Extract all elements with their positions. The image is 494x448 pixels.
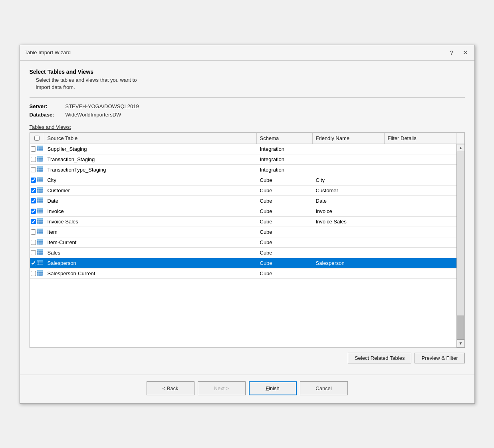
database-value: WideWorldImportersDW — [65, 112, 121, 118]
row-checkbox-cell — [30, 196, 44, 206]
tables-views-label: Tables and Views: — [30, 124, 465, 130]
row-checkbox[interactable] — [31, 167, 36, 172]
row-schema: Cube — [257, 207, 313, 215]
row-schema: Cube — [257, 238, 313, 247]
table-icon — [37, 156, 43, 163]
svg-rect-25 — [37, 187, 43, 189]
scroll-down-button[interactable]: ▼ — [457, 339, 464, 347]
close-button[interactable]: ✕ — [461, 48, 470, 57]
row-schema: Cube — [257, 249, 313, 257]
row-checkbox[interactable] — [31, 250, 36, 255]
row-friendly-name: Date — [313, 197, 385, 205]
table-row[interactable]: SalespersonCubeSalesperson — [30, 258, 456, 268]
table-row[interactable]: CustomerCubeCustomer — [30, 186, 456, 196]
row-filter-details — [385, 272, 456, 274]
header-divider — [30, 97, 465, 98]
scroll-up-button[interactable]: ▲ — [457, 144, 464, 152]
table-row[interactable]: Supplier_StagingIntegration — [30, 144, 456, 154]
finish-button[interactable]: Finish — [249, 381, 297, 395]
row-checkbox[interactable] — [31, 229, 36, 235]
svg-rect-67 — [37, 260, 43, 261]
row-checkbox[interactable] — [31, 261, 36, 266]
preview-filter-button[interactable]: Preview & Filter — [415, 353, 464, 363]
svg-rect-49 — [37, 229, 43, 230]
tables-container: Source Table Schema Friendly Name Filter… — [30, 132, 465, 348]
row-filter-details — [385, 210, 456, 212]
svg-rect-55 — [37, 239, 43, 241]
select-all-checkbox[interactable] — [34, 136, 40, 141]
help-button[interactable]: ? — [448, 48, 454, 57]
row-checkbox-cell — [30, 206, 44, 216]
row-checkbox[interactable] — [31, 240, 36, 245]
svg-rect-61 — [37, 249, 43, 251]
content-area: Select Tables and Views Select the table… — [20, 61, 474, 370]
table-row[interactable]: Item-CurrentCube — [30, 237, 456, 248]
table-icon — [37, 270, 43, 277]
svg-rect-73 — [37, 270, 43, 272]
next-label: Next > — [214, 385, 229, 391]
table-body[interactable]: Supplier_StagingIntegration Transaction_… — [30, 144, 456, 347]
row-friendly-name: Invoice Sales — [313, 217, 385, 226]
table-row[interactable]: Invoice SalesCubeInvoice Sales — [30, 217, 456, 227]
header-checkbox-cell — [30, 133, 44, 144]
row-checkbox[interactable] — [31, 178, 36, 183]
cancel-label: Cancel — [315, 385, 331, 391]
row-checkbox[interactable] — [31, 271, 36, 276]
row-checkbox[interactable] — [31, 198, 36, 203]
row-name: City — [44, 176, 257, 184]
row-checkbox[interactable] — [31, 188, 36, 193]
table-row[interactable]: InvoiceCubeInvoice — [30, 206, 456, 217]
svg-rect-43 — [37, 218, 43, 220]
table-row[interactable]: SalesCube — [30, 248, 456, 258]
row-schema: Cube — [257, 269, 313, 278]
next-button[interactable]: Next > — [198, 381, 246, 395]
row-name: Transaction_Staging — [44, 155, 257, 164]
row-checkbox[interactable] — [31, 209, 36, 214]
scrollbar-thumb[interactable] — [457, 316, 464, 339]
finish-label: Finish — [266, 385, 280, 391]
table-icon — [37, 218, 43, 225]
database-label: Database: — [30, 112, 65, 118]
row-schema: Integration — [257, 155, 313, 164]
table-row[interactable]: Salesperson-CurrentCube — [30, 268, 456, 279]
row-filter-details — [385, 220, 456, 223]
row-friendly-name — [313, 231, 385, 233]
row-checkbox[interactable] — [31, 146, 36, 152]
back-button[interactable]: < Back — [147, 381, 194, 395]
table-scroll-wrapper: Supplier_StagingIntegration Transaction_… — [30, 144, 464, 347]
table-row[interactable]: Transaction_StagingIntegration — [30, 154, 456, 165]
row-checkbox[interactable] — [31, 157, 36, 162]
row-checkbox-cell — [30, 144, 44, 154]
table-row[interactable]: TransactionType_StagingIntegration — [30, 165, 456, 175]
table-row[interactable]: CityCubeCity — [30, 175, 456, 186]
row-filter-details — [385, 262, 456, 264]
dialog-window: Table Import Wizard ? ✕ Select Tables an… — [20, 45, 475, 404]
row-friendly-name — [313, 148, 385, 150]
title-bar-controls: ? ✕ — [448, 48, 469, 57]
row-schema: Cube — [257, 259, 313, 267]
row-filter-details — [385, 158, 456, 160]
select-related-tables-button[interactable]: Select Related Tables — [348, 353, 412, 363]
row-name: Customer — [44, 186, 257, 195]
cancel-button[interactable]: Cancel — [300, 381, 348, 395]
col-filter-details: Filter Details — [385, 133, 456, 144]
row-name: Invoice Sales — [44, 217, 257, 226]
row-filter-details — [385, 231, 456, 233]
select-related-label: Select Related Tables — [355, 355, 405, 361]
row-friendly-name — [313, 241, 385, 243]
scrollbar[interactable]: ▲ ▼ — [456, 144, 464, 347]
server-value: STEVEH-YOGA\DOWSQL2019 — [65, 103, 139, 109]
header-section: Select Tables and Views Select the table… — [30, 69, 465, 91]
row-checkbox[interactable] — [31, 219, 36, 224]
row-checkbox-cell — [30, 258, 44, 268]
row-filter-details — [385, 251, 456, 254]
row-checkbox-cell — [30, 268, 44, 278]
svg-rect-37 — [37, 208, 43, 209]
svg-rect-31 — [37, 197, 43, 199]
row-friendly-name: Customer — [313, 186, 385, 195]
table-row[interactable]: ItemCube — [30, 227, 456, 237]
table-row[interactable]: DateCubeDate — [30, 196, 456, 206]
row-friendly-name — [313, 251, 385, 254]
row-checkbox-cell — [30, 227, 44, 237]
row-name: Salesperson-Current — [44, 269, 257, 278]
